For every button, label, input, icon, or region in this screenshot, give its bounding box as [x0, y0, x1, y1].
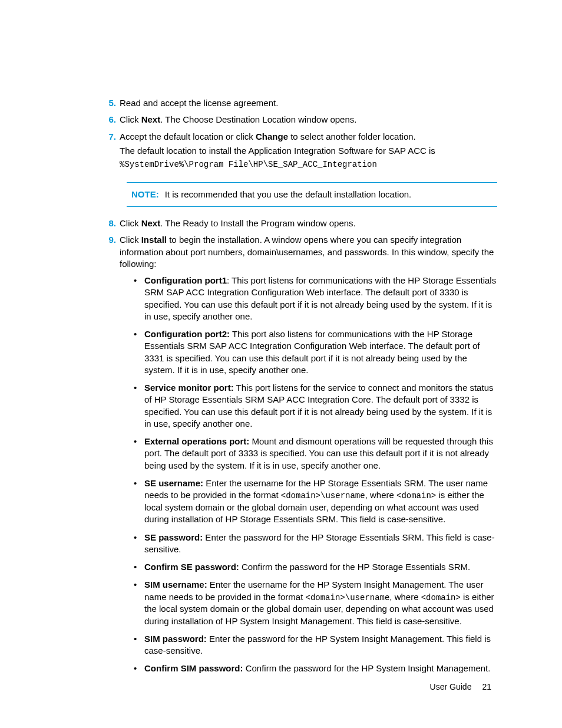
- list-item: • Service monitor port: This port listen…: [134, 382, 497, 430]
- bullet-icon: •: [134, 561, 144, 573]
- code-path: %SystemDrive%\Program File\HP\SE_SAP_ACC…: [120, 158, 497, 170]
- item-text: Confirm SIM password: Confirm the passwo…: [144, 663, 497, 674]
- bullet-icon: •: [134, 532, 144, 556]
- item-text: Service monitor port: This port listens …: [144, 382, 497, 430]
- list-item: • SIM username: Enter the username for t…: [134, 579, 497, 627]
- list-item: • Confirm SE password: Confirm the passw…: [134, 561, 497, 573]
- list-item: • SE password: Enter the password for th…: [134, 532, 497, 556]
- step-6: 6. Click Next. The Choose Destination Lo…: [103, 114, 497, 127]
- bullet-icon: •: [134, 382, 144, 430]
- item-text: SE password: Enter the password for the …: [144, 532, 497, 556]
- bullet-icon: •: [134, 275, 144, 322]
- item-text: SIM username: Enter the username for the…: [144, 579, 497, 627]
- step-text: Read and accept the license agreement.: [120, 97, 497, 109]
- step-number: 6.: [103, 114, 116, 127]
- list-item: • External operations port: Mount and di…: [134, 436, 497, 472]
- step-8: 8. Click Next. The Ready to Install the …: [103, 218, 497, 230]
- step-number: 8.: [103, 218, 116, 230]
- item-text: SE username: Enter the username for the …: [144, 477, 497, 526]
- note-text: It is recommended that you use the defau…: [165, 189, 412, 199]
- note-box: NOTE:It is recommended that you use the …: [127, 182, 497, 207]
- step-text: Click Next. The Ready to Install the Pro…: [120, 218, 497, 229]
- step-5: 5. Read and accept the license agreement…: [103, 97, 497, 110]
- item-text: SIM password: Enter the password for the…: [144, 633, 497, 657]
- bullet-icon: •: [134, 436, 144, 472]
- bullet-icon: •: [134, 477, 144, 526]
- item-text: External operations port: Mount and dism…: [144, 436, 497, 472]
- field-list: • Configuration port1: This port listens…: [134, 275, 497, 675]
- bullet-icon: •: [134, 663, 144, 674]
- list-item: • Configuration port1: This port listens…: [134, 275, 497, 322]
- list-item: • SE username: Enter the username for th…: [134, 477, 497, 526]
- item-text: Configuration port2: This port also list…: [144, 328, 497, 376]
- note-label: NOTE:: [131, 189, 159, 199]
- bullet-icon: •: [134, 328, 144, 376]
- bullet-icon: •: [134, 579, 144, 627]
- step-9: 9. Click Install to begin the installati…: [103, 234, 497, 680]
- item-text: Confirm SE password: Confirm the passwor…: [144, 561, 497, 573]
- step-number: 9.: [103, 234, 116, 680]
- step-number: 7.: [103, 131, 116, 172]
- bullet-icon: •: [134, 633, 144, 657]
- footer-label: User Guide: [430, 682, 472, 691]
- item-text: Configuration port1: This port listens f…: [144, 275, 497, 322]
- step-text: Click Next. The Choose Destination Locat…: [120, 114, 497, 126]
- step-text: The default location to install the Appl…: [120, 145, 497, 157]
- step-number: 5.: [103, 97, 116, 110]
- list-item: • Configuration port2: This port also li…: [134, 328, 497, 376]
- page-number: 21: [482, 682, 491, 691]
- page-footer: User Guide21: [430, 681, 491, 693]
- list-item: • Confirm SIM password: Confirm the pass…: [134, 663, 497, 674]
- step-text: Accept the default location or click Cha…: [120, 131, 497, 143]
- list-item: • SIM password: Enter the password for t…: [134, 633, 497, 657]
- step-text: Click Install to begin the installation.…: [120, 234, 497, 270]
- step-7: 7. Accept the default location or click …: [103, 131, 497, 172]
